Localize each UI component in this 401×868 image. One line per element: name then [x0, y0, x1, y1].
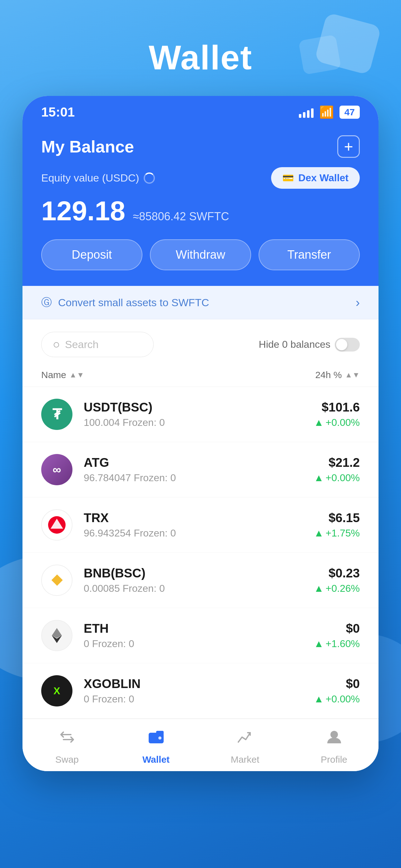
token-amount: 0 Frozen: 0	[84, 693, 314, 705]
wifi-icon: 📶	[319, 105, 334, 119]
svg-point-8	[330, 731, 338, 738]
token-change: ▲ +0.26%	[314, 583, 360, 594]
balance-amount: 129.18	[41, 195, 125, 226]
nav-label-profile: Profile	[321, 754, 347, 765]
search-box[interactable]: ○ Search	[41, 332, 154, 357]
token-icon-eth	[41, 620, 72, 651]
arrow-up-icon: ▲	[314, 472, 324, 484]
token-info-xgoblin: XGOBLIN 0 Frozen: 0	[84, 677, 314, 705]
convert-left: Ⓖ Convert small assets to SWFTC	[41, 295, 209, 310]
nav-item-profile[interactable]: Profile	[290, 728, 378, 765]
balance-swftc: ≈85806.42 SWFTC	[133, 210, 229, 223]
token-list: ₮ USDT(BSC) 100.004 Frozen: 0 $101.6 ▲ +…	[23, 387, 378, 719]
token-info-atg: ATG 96.784047 Frozen: 0	[84, 456, 314, 484]
withdraw-button[interactable]: Withdraw	[150, 239, 251, 270]
token-row[interactable]: ∞ ATG 96.784047 Frozen: 0 $21.2 ▲ +0.00%	[23, 442, 378, 497]
battery-indicator: 47	[339, 105, 360, 119]
token-value-bnb(bsc): $0.23 ▲ +0.26%	[314, 566, 360, 594]
arrow-up-icon: ▲	[314, 693, 324, 705]
nav-item-swap[interactable]: Swap	[23, 728, 111, 765]
token-name: ETH	[84, 621, 314, 636]
dex-wallet-icon: 💳	[282, 173, 294, 183]
token-row[interactable]: ETH 0 Frozen: 0 $0 ▲ +1.60%	[23, 608, 378, 663]
token-icon-atg: ∞	[41, 454, 72, 485]
search-placeholder: Search	[65, 338, 99, 350]
token-amount: 96.943254 Frozen: 0	[84, 527, 314, 539]
svg-text:◆: ◆	[51, 571, 63, 587]
nav-icon-swap	[58, 728, 76, 750]
token-row[interactable]: ◆ BNB(BSC) 0.00085 Frozen: 0 $0.23 ▲ +0.…	[23, 553, 378, 608]
nav-label-market: Market	[231, 754, 260, 765]
toggle-thumb	[336, 339, 347, 350]
sort-name-icon: ▲▼	[69, 371, 84, 379]
token-usd: $21.2	[314, 456, 360, 470]
balance-top-row: My Balance +	[41, 135, 360, 158]
nav-icon-wallet	[147, 728, 165, 750]
arrow-up-icon: ▲	[314, 583, 324, 594]
token-icon-usdt(bsc): ₮	[41, 399, 72, 430]
token-amount: 100.004 Frozen: 0	[84, 417, 314, 428]
search-icon: ○	[53, 338, 60, 351]
token-amount: 96.784047 Frozen: 0	[84, 472, 314, 484]
status-icons: 📶 47	[299, 105, 360, 119]
nav-label-wallet: Wallet	[142, 754, 170, 765]
token-usd: $101.6	[314, 400, 360, 414]
token-usd: $0	[314, 621, 360, 636]
token-change: ▲ +0.00%	[314, 417, 360, 428]
status-time: 15:01	[41, 105, 75, 120]
balance-amount-row: 129.18 ≈85806.42 SWFTC	[41, 195, 360, 227]
token-row[interactable]: X XGOBLIN 0 Frozen: 0 $0 ▲ +0.00%	[23, 663, 378, 719]
token-row[interactable]: TRX 96.943254 Frozen: 0 $6.15 ▲ +1.75%	[23, 497, 378, 553]
nav-item-market[interactable]: Market	[201, 728, 290, 765]
bg-decoration-2	[298, 34, 341, 75]
svg-point-7	[158, 737, 162, 740]
token-usd: $0.23	[314, 566, 360, 580]
loading-spinner	[144, 173, 155, 184]
nav-item-wallet[interactable]: Wallet	[111, 728, 201, 765]
token-usd: $0	[314, 677, 360, 691]
dex-wallet-button[interactable]: 💳 Dex Wallet	[271, 167, 360, 189]
token-change: ▲ +1.60%	[314, 638, 360, 650]
arrow-up-icon: ▲	[314, 638, 324, 650]
phone-card: 15:01 📶 47 My Balance + Equity value (US…	[23, 96, 378, 771]
equity-label: Equity value (USDC)	[41, 172, 155, 184]
add-button[interactable]: +	[337, 135, 360, 158]
token-name: XGOBLIN	[84, 677, 314, 691]
convert-bar[interactable]: Ⓖ Convert small assets to SWFTC ›	[23, 286, 378, 319]
token-amount: 0.00085 Frozen: 0	[84, 583, 314, 594]
svg-rect-6	[156, 731, 164, 735]
nav-icon-market	[236, 728, 254, 750]
transfer-button[interactable]: Transfer	[259, 239, 360, 270]
token-icon-trx	[41, 509, 72, 540]
status-bar: 15:01 📶 47	[23, 96, 378, 126]
bottom-nav: Swap Wallet Market Profile	[23, 719, 378, 771]
token-info-bnb(bsc): BNB(BSC) 0.00085 Frozen: 0	[84, 566, 314, 594]
token-info-trx: TRX 96.943254 Frozen: 0	[84, 511, 314, 539]
token-change: ▲ +0.00%	[314, 693, 360, 705]
deposit-button[interactable]: Deposit	[41, 239, 142, 270]
token-value-usdt(bsc): $101.6 ▲ +0.00%	[314, 400, 360, 428]
token-info-eth: ETH 0 Frozen: 0	[84, 621, 314, 650]
nav-icon-profile	[326, 728, 343, 750]
token-name: USDT(BSC)	[84, 400, 314, 414]
signal-icon	[299, 106, 313, 118]
token-info-usdt(bsc): USDT(BSC) 100.004 Frozen: 0	[84, 400, 314, 428]
my-balance-title: My Balance	[41, 137, 134, 156]
token-row[interactable]: ₮ USDT(BSC) 100.004 Frozen: 0 $101.6 ▲ +…	[23, 387, 378, 442]
nav-label-swap: Swap	[55, 754, 79, 765]
toggle-switch[interactable]	[335, 338, 360, 351]
token-value-eth: $0 ▲ +1.60%	[314, 621, 360, 650]
token-value-xgoblin: $0 ▲ +0.00%	[314, 677, 360, 705]
col-24h-header[interactable]: 24h % ▲▼	[315, 370, 360, 380]
hide-balances-toggle[interactable]: Hide 0 balances	[259, 338, 360, 351]
convert-icon: Ⓖ	[41, 295, 52, 310]
sort-24h-icon: ▲▼	[345, 371, 360, 379]
token-icon-xgoblin: X	[41, 675, 72, 707]
convert-arrow-icon: ›	[356, 296, 360, 310]
token-name: ATG	[84, 456, 314, 470]
table-header: Name ▲▼ 24h % ▲▼	[23, 363, 378, 387]
equity-row: Equity value (USDC) 💳 Dex Wallet	[41, 167, 360, 189]
col-name-header[interactable]: Name ▲▼	[41, 370, 84, 380]
arrow-up-icon: ▲	[314, 417, 324, 428]
token-value-trx: $6.15 ▲ +1.75%	[314, 511, 360, 539]
